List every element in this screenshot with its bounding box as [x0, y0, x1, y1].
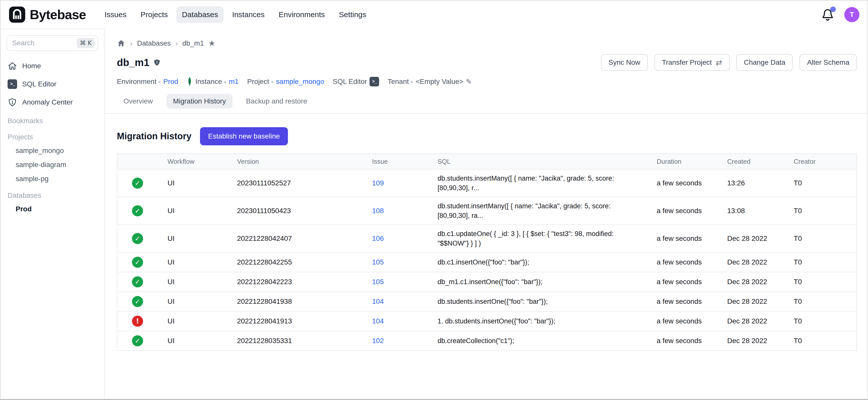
version-cell: 20221228041938	[232, 292, 367, 311]
success-status-icon: ✓	[132, 233, 143, 244]
issue-link[interactable]: 104	[372, 298, 384, 305]
notification-bell-icon[interactable]	[821, 8, 834, 21]
migration-row[interactable]: ✓UI20221228042407106db.c1.updateOne( { _…	[117, 225, 857, 252]
sql-editor-label: SQL Editor	[333, 78, 367, 86]
transfer-arrows-icon: ⇄	[716, 58, 722, 67]
page-title: db_m1	[117, 57, 149, 68]
terminal-icon: >_	[7, 79, 17, 89]
creator-cell: T0	[789, 331, 857, 350]
tab-migration-history[interactable]: Migration History	[166, 94, 232, 109]
breadcrumb: › Databases › db_m1 ★	[117, 39, 857, 48]
migration-row[interactable]: ✓UI20230111052527109db.students.insertMa…	[117, 169, 857, 197]
issue-link[interactable]: 105	[372, 278, 384, 286]
nav-item-instances[interactable]: Instances	[227, 6, 270, 23]
issue-link[interactable]: 105	[372, 258, 384, 266]
issue-link[interactable]: 109	[372, 179, 384, 187]
nav-item-environments[interactable]: Environments	[273, 6, 330, 23]
user-avatar[interactable]: T	[844, 7, 860, 22]
nav-item-issues[interactable]: Issues	[99, 6, 132, 23]
issue-cell: 104	[367, 311, 433, 331]
sidebar-section-databases: Databases	[0, 188, 104, 202]
migration-row[interactable]: ✓UI20221228042223105db_m1.c1.insertOne({…	[117, 272, 857, 292]
issue-cell: 105	[367, 252, 433, 272]
col-creator: Creator	[789, 154, 857, 169]
duration-cell: a few seconds	[652, 169, 722, 197]
issue-link[interactable]: 102	[372, 337, 384, 345]
sql-text: db.student.insertMany([ { name: "Jacika"…	[437, 201, 643, 220]
sidebar-project-sample-diagram[interactable]: sample-diagram	[0, 158, 104, 172]
page-title-wrap: db_m1	[117, 57, 161, 68]
breadcrumb-home-icon[interactable]	[117, 39, 125, 48]
version-cell: 20221228041913	[232, 311, 367, 331]
instance-link[interactable]: m1	[229, 78, 239, 86]
migration-row[interactable]: ✓UI20221228041938104db.students.insertOn…	[117, 292, 857, 311]
version-cell: 20230111052527	[232, 169, 367, 197]
protected-shield-icon	[153, 58, 161, 67]
status-cell: ✓	[117, 225, 162, 252]
sidebar-item-label: Home	[22, 62, 41, 70]
status-cell: ✓	[117, 252, 162, 272]
issue-link[interactable]: 104	[372, 317, 384, 325]
breadcrumb-databases[interactable]: Databases	[137, 39, 171, 48]
sidebar-project-sample-pg[interactable]: sample-pg	[0, 172, 104, 186]
change-data-button[interactable]: Change Data	[736, 54, 793, 71]
duration-cell: a few seconds	[652, 292, 722, 311]
created-cell: Dec 28 2022	[722, 311, 789, 331]
environment-link[interactable]: Prod	[163, 78, 178, 86]
migration-row[interactable]: ✓UI20221228035331102db.createCollection(…	[117, 331, 857, 350]
workflow-cell: UI	[162, 197, 232, 225]
tenant-value: <Empty Value>	[415, 78, 463, 86]
bytebase-logo[interactable]: Bytebase	[8, 6, 86, 23]
success-status-icon: ✓	[132, 276, 143, 287]
sidebar-item-anomaly-center[interactable]: Anomaly Center	[0, 93, 104, 111]
migration-row[interactable]: !UI202212280419131041. db.students.inser…	[117, 311, 857, 331]
tab-backup-and-restore[interactable]: Backup and restore	[240, 94, 314, 109]
migration-history-heading: Migration History	[117, 131, 191, 142]
migration-row[interactable]: ✓UI20221228042255105db.c1.insertOne({"fo…	[117, 252, 857, 272]
issue-link[interactable]: 106	[372, 235, 384, 242]
workflow-cell: UI	[162, 331, 232, 350]
workflow-cell: UI	[162, 272, 232, 292]
created-cell: 13:08	[722, 197, 789, 225]
breadcrumb-separator: ›	[175, 39, 178, 48]
bookmark-star-icon[interactable]: ★	[209, 39, 215, 48]
page-header: db_m1 Sync Now Transfer Project ⇄	[117, 54, 857, 71]
transfer-project-button[interactable]: Transfer Project ⇄	[654, 54, 730, 71]
project-link[interactable]: sample_mongo	[276, 78, 324, 86]
breadcrumb-db-m1[interactable]: db_m1	[182, 39, 204, 48]
creator-cell: T0	[789, 292, 857, 311]
nav-item-databases[interactable]: Databases	[176, 6, 223, 23]
creator-cell: T0	[789, 169, 857, 197]
establish-baseline-button[interactable]: Establish new baseline	[200, 127, 288, 145]
shield-icon	[7, 97, 17, 107]
sidebar-project-sample-mongo[interactable]: sample_mongo	[0, 144, 104, 158]
alter-schema-button[interactable]: Alter Schema	[800, 54, 857, 71]
top-navbar: Bytebase Issues Projects Databases Insta…	[0, 0, 868, 29]
created-cell: Dec 28 2022	[722, 292, 789, 311]
issue-link[interactable]: 108	[372, 207, 384, 215]
success-status-icon: ✓	[132, 335, 143, 346]
notification-dot	[830, 6, 836, 12]
nav-item-projects[interactable]: Projects	[135, 6, 173, 23]
status-cell: ✓	[117, 331, 162, 350]
sidebar-database-prod[interactable]: Prod	[0, 202, 104, 216]
sql-cell-td: db_m1.c1.insertOne({"foo": "bar"});	[433, 272, 652, 292]
search-input[interactable]	[12, 39, 74, 47]
edit-tenant-pencil-icon[interactable]: ✎	[466, 78, 471, 86]
tab-overview[interactable]: Overview	[117, 94, 159, 109]
sidebar-item-home[interactable]: Home	[0, 57, 104, 75]
migration-row[interactable]: ✓UI20230111050423108db.student.insertMan…	[117, 197, 857, 225]
col-created: Created	[722, 154, 789, 169]
main-nav: Issues Projects Databases Instances Envi…	[99, 6, 372, 23]
sync-now-button[interactable]: Sync Now	[601, 54, 648, 71]
issue-cell: 108	[367, 197, 433, 225]
meta-sql-editor: SQL Editor >_	[333, 77, 379, 86]
sql-editor-terminal-icon[interactable]: >_	[370, 77, 379, 86]
home-icon	[7, 61, 17, 71]
sidebar-item-sql-editor[interactable]: >_ SQL Editor	[0, 75, 104, 93]
transfer-project-label: Transfer Project	[662, 58, 712, 66]
duration-cell: a few seconds	[652, 225, 722, 252]
search-shortcut-badge: ⌘ K	[77, 38, 95, 48]
nav-item-settings[interactable]: Settings	[334, 6, 372, 23]
meta-instance: Instance - m1	[187, 77, 239, 86]
